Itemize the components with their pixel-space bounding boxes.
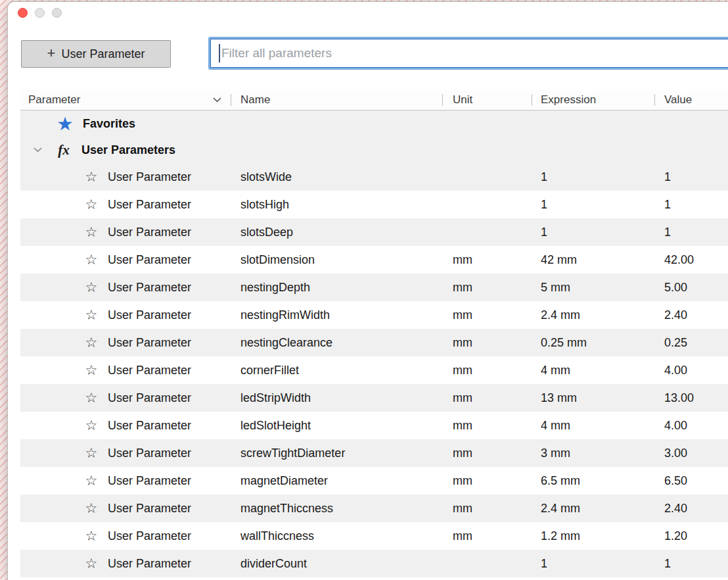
zoom-button[interactable]: [52, 8, 62, 18]
column-header-name[interactable]: Name: [231, 90, 442, 110]
parameter-row[interactable]: ☆ User Parameter magnetThiccness mm 2.4 …: [20, 495, 728, 522]
parameter-expression-cell[interactable]: 4 mm: [532, 356, 654, 384]
parameter-expression-cell[interactable]: 42 mm: [532, 246, 654, 274]
parameter-unit-cell: [442, 550, 532, 577]
add-button-label: User Parameter: [61, 47, 145, 61]
favorite-toggle-star-icon[interactable]: ☆: [83, 473, 100, 489]
parameter-expression-cell[interactable]: 4 mm: [532, 412, 654, 439]
parameter-name-cell[interactable]: slotsDeep: [231, 218, 442, 246]
parameter-type-label: User Parameter: [108, 198, 191, 212]
parameter-expression-cell[interactable]: 6.5 mm: [532, 467, 654, 495]
parameter-expression-cell[interactable]: 3 mm: [532, 439, 654, 467]
parameter-name-cell[interactable]: cornerFillet: [231, 356, 442, 384]
parameter-name-cell[interactable]: ledSlotHeight: [231, 412, 442, 439]
parameter-expression-cell[interactable]: 1: [532, 218, 654, 246]
parameter-type-label: User Parameter: [108, 170, 191, 184]
parameter-value-cell: 4.00: [654, 412, 728, 439]
parameter-value-cell: 13.00: [654, 384, 728, 412]
parameter-name-cell[interactable]: ledStripWidth: [231, 384, 442, 412]
parameter-row[interactable]: ☆ User Parameter ledSlotHeight mm 4 mm 4…: [20, 412, 728, 439]
parameter-row[interactable]: ☆ User Parameter nestingRimWidth mm 2.4 …: [20, 301, 728, 329]
parameter-expression-cell[interactable]: 5 mm: [532, 274, 654, 301]
parameter-row[interactable]: ☆ User Parameter cornerFillet mm 4 mm 4.…: [20, 356, 728, 384]
collapse-chevron-icon[interactable]: [30, 147, 45, 153]
parameter-expression-cell[interactable]: 0.25 mm: [532, 329, 654, 356]
parameter-value-cell: 4.00: [654, 356, 728, 384]
parameter-unit-cell: [442, 191, 532, 218]
parameter-unit-cell: mm: [442, 467, 532, 495]
parameter-unit-cell: mm: [442, 522, 532, 550]
column-header-value[interactable]: Value: [654, 90, 728, 110]
parameter-row[interactable]: ☆ User Parameter nestingClearance mm 0.2…: [20, 329, 728, 356]
parameter-name-cell[interactable]: slotsHigh: [231, 191, 442, 218]
parameter-row[interactable]: ☆ User Parameter nestingDepth mm 5 mm 5.…: [20, 274, 728, 301]
favorite-toggle-star-icon[interactable]: ☆: [83, 279, 100, 295]
favorite-toggle-star-icon[interactable]: ☆: [83, 362, 100, 378]
favorite-toggle-star-icon[interactable]: ☆: [83, 390, 100, 406]
parameter-value-cell: 1: [654, 163, 728, 191]
parameter-row[interactable]: ☆ User Parameter wallThiccness mm 1.2 mm…: [20, 522, 728, 550]
minimize-button[interactable]: [35, 8, 45, 18]
parameter-value-cell: 6.50: [654, 467, 728, 495]
parameter-unit-cell: mm: [442, 301, 532, 329]
parameter-expression-cell[interactable]: 1.2 mm: [532, 522, 654, 550]
parameter-row[interactable]: ☆ User Parameter dividerCount 1 1: [20, 550, 728, 577]
column-header-expression[interactable]: Expression: [532, 90, 654, 110]
parameter-name-cell[interactable]: magnetDiameter: [231, 467, 442, 495]
parameter-row[interactable]: ☆ User Parameter slotDimension mm 42 mm …: [20, 246, 728, 274]
add-user-parameter-button[interactable]: + User Parameter: [21, 40, 171, 68]
parameter-name-cell[interactable]: wallThiccness: [231, 522, 442, 550]
user-parameters-group-row[interactable]: fx User Parameters: [20, 137, 728, 163]
parameter-unit-cell: mm: [442, 246, 532, 274]
parameter-type-label: User Parameter: [108, 308, 191, 322]
parameter-name-cell[interactable]: slotDimension: [231, 246, 442, 274]
favorite-toggle-star-icon[interactable]: ☆: [83, 307, 100, 323]
favorite-toggle-star-icon[interactable]: ☆: [83, 500, 100, 516]
table-body: ★ Favorites fx User Parameters ☆ User Pa…: [20, 110, 728, 577]
parameter-row[interactable]: ☆ User Parameter ledStripWidth mm 13 mm …: [20, 384, 728, 412]
parameter-row[interactable]: ☆ User Parameter slotsDeep 1 1: [20, 218, 728, 246]
parameter-unit-cell: [442, 163, 532, 191]
favorite-toggle-star-icon[interactable]: ☆: [83, 335, 100, 350]
parameter-unit-cell: mm: [442, 329, 532, 356]
parameter-type-label: User Parameter: [108, 281, 191, 295]
parameter-type-label: User Parameter: [108, 253, 191, 267]
parameter-type-label: User Parameter: [108, 336, 191, 350]
filter-field-wrap: [210, 39, 728, 68]
parameter-value-cell: 3.00: [654, 439, 728, 467]
parameter-row[interactable]: ☆ User Parameter magnetDiameter mm 6.5 m…: [20, 467, 728, 495]
parameter-name-cell[interactable]: screwTightDiameter: [231, 439, 442, 467]
favorites-group-row[interactable]: ★ Favorites: [20, 110, 728, 137]
chevron-down-icon[interactable]: [213, 97, 221, 103]
favorite-toggle-star-icon[interactable]: ☆: [83, 252, 100, 268]
parameter-name-cell[interactable]: dividerCount: [231, 550, 442, 577]
favorite-toggle-star-icon[interactable]: ☆: [83, 418, 100, 433]
favorite-toggle-star-icon[interactable]: ☆: [83, 528, 100, 544]
favorite-toggle-star-icon[interactable]: ☆: [83, 224, 100, 240]
favorite-toggle-star-icon[interactable]: ☆: [83, 197, 100, 212]
favorite-toggle-star-icon[interactable]: ☆: [83, 445, 100, 461]
parameter-name-cell[interactable]: slotsWide: [231, 163, 442, 191]
filter-input[interactable]: [210, 39, 728, 68]
parameter-name-cell[interactable]: nestingRimWidth: [231, 301, 442, 329]
parameter-expression-cell[interactable]: 13 mm: [532, 384, 654, 412]
parameter-name-cell[interactable]: nestingClearance: [231, 329, 442, 356]
parameter-expression-cell[interactable]: 2.4 mm: [532, 301, 654, 329]
parameter-row[interactable]: ☆ User Parameter screwTightDiameter mm 3…: [20, 439, 728, 467]
favorite-toggle-star-icon[interactable]: ☆: [83, 169, 100, 185]
text-caret: [219, 44, 220, 62]
favorite-toggle-star-icon[interactable]: ☆: [83, 556, 100, 571]
parameter-row[interactable]: ☆ User Parameter slotsHigh 1 1: [20, 191, 728, 218]
column-header-unit[interactable]: Unit: [442, 90, 532, 110]
parameter-expression-cell[interactable]: 1: [532, 163, 654, 191]
parameter-expression-cell[interactable]: 1: [532, 550, 654, 577]
parameter-name-cell[interactable]: magnetThiccness: [231, 495, 442, 522]
parameter-expression-cell[interactable]: 2.4 mm: [532, 495, 654, 522]
parameter-expression-cell[interactable]: 1: [532, 191, 654, 218]
parameter-type-label: User Parameter: [108, 391, 191, 405]
close-button[interactable]: [18, 8, 28, 18]
parameter-type-label: User Parameter: [108, 474, 191, 488]
column-header-parameter[interactable]: Parameter: [20, 90, 231, 110]
parameter-row[interactable]: ☆ User Parameter slotsWide 1 1: [20, 163, 728, 191]
parameter-name-cell[interactable]: nestingDepth: [231, 274, 442, 301]
